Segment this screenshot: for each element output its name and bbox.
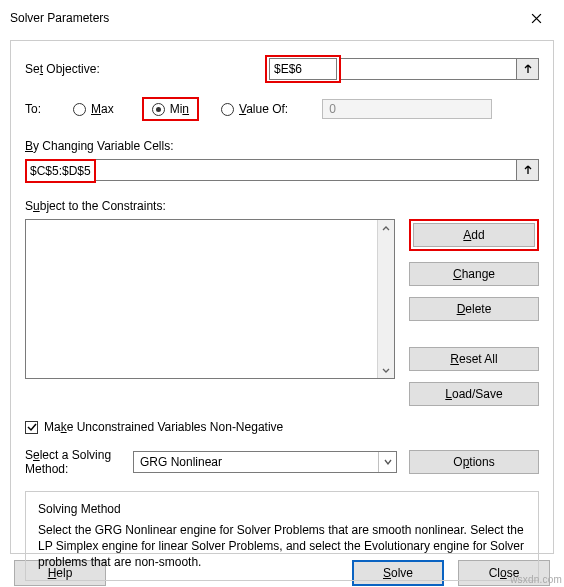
min-highlight: Min xyxy=(142,97,199,121)
solving-method-description: Solving Method Select the GRG Nonlinear … xyxy=(25,491,539,582)
check-icon xyxy=(27,422,37,432)
up-arrow-icon xyxy=(523,165,533,175)
add-highlight: Add xyxy=(409,219,539,251)
desc-body: Select the GRG Nonlinear engine for Solv… xyxy=(38,522,526,571)
objective-highlight: $E$6 xyxy=(265,55,341,83)
to-label: To: xyxy=(25,102,73,116)
changing-cells-value: $C$5:$D$5 xyxy=(28,164,93,178)
radio-max[interactable]: Max xyxy=(73,102,114,116)
changing-cells-label: By Changing Variable Cells: xyxy=(25,139,539,153)
method-select[interactable]: GRG Nonlinear xyxy=(133,451,397,473)
chevron-up-icon xyxy=(382,225,390,233)
objective-range-picker[interactable] xyxy=(517,58,539,80)
options-button[interactable]: Options xyxy=(409,450,539,474)
add-button[interactable]: Add xyxy=(413,223,535,247)
radio-min[interactable]: Min xyxy=(152,102,189,116)
chevron-down-icon xyxy=(378,452,396,472)
method-value: GRG Nonlinear xyxy=(140,455,222,469)
radio-valueof[interactable]: Value Of: xyxy=(221,102,288,116)
objective-input-extent[interactable] xyxy=(341,58,517,80)
scroll-up-button[interactable] xyxy=(378,220,394,237)
up-arrow-icon xyxy=(523,64,533,74)
window-close-button[interactable] xyxy=(516,6,556,30)
dialog-title: Solver Parameters xyxy=(10,11,109,25)
close-icon xyxy=(531,13,542,24)
scroll-down-button[interactable] xyxy=(378,361,394,378)
method-label: Select a Solving Method: xyxy=(25,448,121,477)
nonneg-label: Make Unconstrained Variables Non-Negativ… xyxy=(44,420,283,434)
cells-highlight: $C$5:$D$5 xyxy=(25,159,96,183)
cells-range-picker[interactable] xyxy=(517,159,539,181)
changing-cells-input[interactable] xyxy=(96,159,517,181)
change-button[interactable]: Change xyxy=(409,262,539,286)
reset-all-button[interactable]: Reset All xyxy=(409,347,539,371)
valueof-input: 0 xyxy=(322,99,492,119)
nonneg-checkbox[interactable] xyxy=(25,421,38,434)
constraints-label: Subject to the Constraints: xyxy=(25,199,539,213)
objective-input[interactable]: $E$6 xyxy=(269,58,337,80)
desc-title: Solving Method xyxy=(38,502,526,516)
constraints-listbox[interactable] xyxy=(25,219,395,379)
set-objective-label: Set Objective: xyxy=(25,62,265,76)
watermark: wsxdn.com xyxy=(510,574,562,585)
delete-button[interactable]: Delete xyxy=(409,297,539,321)
chevron-down-icon xyxy=(382,366,390,374)
scrollbar[interactable] xyxy=(377,220,394,378)
load-save-button[interactable]: Load/Save xyxy=(409,382,539,406)
